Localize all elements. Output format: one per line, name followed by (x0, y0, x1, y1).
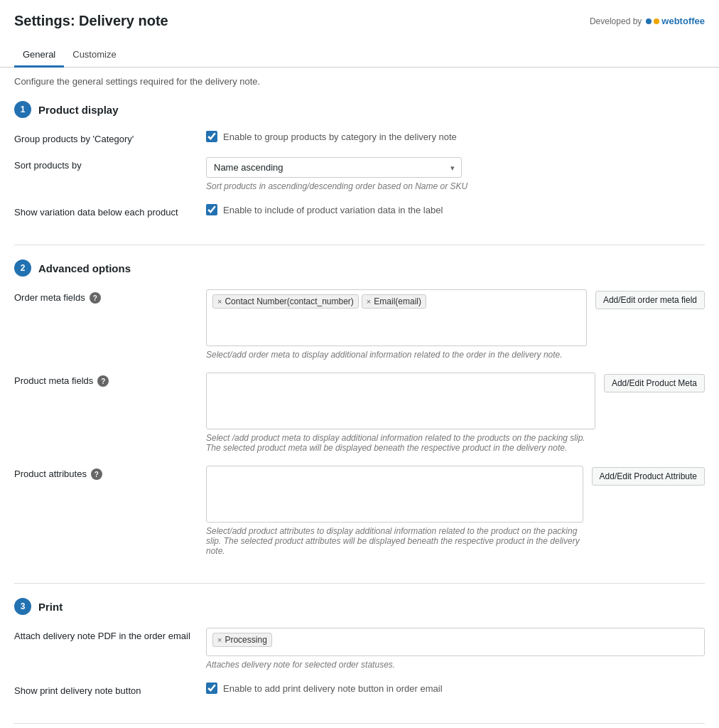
field-control-order-meta: × Contact Number(contact_number) × Email… (206, 289, 705, 360)
logo-dot-orange-icon (654, 18, 659, 24)
add-edit-order-meta-button[interactable]: Add/Edit order meta field (595, 291, 705, 309)
field-row-sort-products: Sort products by Name ascending Name des… (14, 157, 705, 191)
order-meta-tag-email-label: Email(email) (374, 296, 421, 306)
product-attributes-help-icon[interactable]: ? (91, 469, 102, 480)
page-header: Settings: Delivery note Developed by web… (0, 0, 719, 29)
section-product-display: 1 Product display Group products by 'Cat… (14, 101, 705, 245)
field-control-sort-products: Name ascending Name descending SKU ascen… (206, 157, 705, 191)
page-title: Settings: Delivery note (14, 13, 168, 29)
field-row-order-meta: Order meta fields ? × Contact Number(con… (14, 289, 705, 360)
logo-text: webtoffee (661, 16, 705, 26)
field-label-product-attributes: Product attributes ? (14, 466, 192, 480)
field-label-sort-products: Sort products by (14, 157, 192, 171)
logo-dot-blue-icon (646, 18, 652, 24)
field-row-show-variation: Show variation data below each product E… (14, 204, 705, 218)
field-row-product-meta: Product meta fields ? Select /add produc… (14, 373, 705, 453)
sort-products-select-wrapper: Name ascending Name descending SKU ascen… (206, 157, 462, 178)
order-meta-tag-email-remove[interactable]: × (367, 297, 371, 306)
show-variation-checkbox[interactable] (206, 204, 217, 215)
sort-products-hint: Sort products in ascending/descending or… (206, 181, 705, 191)
developed-by: Developed by webtoffee (590, 16, 705, 26)
group-products-checkbox[interactable] (206, 131, 217, 142)
show-variation-checkbox-label: Enable to include of product variation d… (223, 205, 443, 215)
section-number-1: 1 (14, 101, 31, 118)
section-number-3: 3 (14, 598, 31, 615)
show-print-button-checkbox[interactable] (206, 682, 217, 694)
tabs-bar: General Customize (0, 36, 719, 68)
field-row-attach-pdf: Attach delivery note PDF in the order em… (14, 628, 705, 670)
tab-general[interactable]: General (14, 43, 64, 68)
settings-content: 1 Product display Group products by 'Cat… (0, 101, 719, 728)
field-control-group-products: Enable to group products by category in … (206, 131, 705, 142)
field-row-group-products: Group products by 'Category' Enable to g… (14, 131, 705, 144)
webtoffee-logo: webtoffee (646, 16, 705, 26)
order-meta-tag-email: × Email(email) (362, 294, 426, 309)
field-label-order-meta: Order meta fields ? (14, 289, 192, 304)
product-meta-hint: Select /add product meta to display addi… (206, 433, 595, 453)
order-meta-tag-contact-label: Contact Number(contact_number) (225, 296, 353, 306)
field-row-product-attributes: Product attributes ? Select/add product … (14, 466, 705, 556)
order-meta-box: × Contact Number(contact_number) × Email… (206, 289, 587, 360)
show-variation-checkbox-row: Enable to include of product variation d… (206, 204, 705, 215)
page-wrapper: Settings: Delivery note Developed by web… (0, 0, 719, 728)
order-meta-tags-box[interactable]: × Contact Number(contact_number) × Email… (206, 289, 587, 346)
attach-pdf-tag-processing-remove[interactable]: × (217, 636, 222, 644)
field-control-product-attributes: Select/add product attributes to display… (206, 466, 705, 556)
show-print-button-checkbox-label: Enable to add print delivery note button… (223, 683, 443, 694)
product-attributes-tags-box[interactable] (206, 466, 583, 523)
section-header-2: 2 Advanced options (14, 259, 705, 277)
section-print: 3 Print Attach delivery note PDF in the … (14, 598, 705, 724)
add-edit-product-attributes-button[interactable]: Add/Edit Product Attribute (592, 467, 705, 486)
product-meta-box: Select /add product meta to display addi… (206, 373, 595, 453)
show-print-button-checkbox-row: Enable to add print delivery note button… (206, 682, 705, 694)
attach-pdf-tag-processing: × Processing (212, 633, 272, 647)
field-label-show-print-button: Show print delivery note button (14, 682, 192, 696)
sort-products-select[interactable]: Name ascending Name descending SKU ascen… (206, 157, 462, 178)
section-header-1: 1 Product display (14, 101, 705, 118)
product-attributes-area: Select/add product attributes to display… (206, 466, 705, 556)
field-control-show-variation: Enable to include of product variation d… (206, 204, 705, 215)
group-products-checkbox-row: Enable to group products by category in … (206, 131, 705, 142)
order-meta-tag-contact: × Contact Number(contact_number) (212, 294, 359, 309)
product-attributes-box: Select/add product attributes to display… (206, 466, 583, 556)
order-meta-tag-contact-remove[interactable]: × (217, 297, 222, 306)
section-title-3: Print (38, 601, 63, 613)
field-control-product-meta: Select /add product meta to display addi… (206, 373, 705, 453)
add-edit-product-meta-button[interactable]: Add/Edit Product Meta (604, 374, 705, 392)
field-control-attach-pdf: × Processing Attaches delivery note for … (206, 628, 705, 670)
section-advanced-options: 2 Advanced options Order meta fields ? × (14, 259, 705, 584)
order-meta-hint: Select/add order meta to display additio… (206, 350, 587, 360)
attach-pdf-tag-processing-label: Processing (225, 635, 266, 645)
field-label-group-products: Group products by 'Category' (14, 131, 192, 144)
page-description: Configure the general settings required … (0, 68, 719, 95)
section-title-2: Advanced options (38, 262, 131, 274)
order-meta-area: × Contact Number(contact_number) × Email… (206, 289, 705, 360)
field-control-show-print-button: Enable to add print delivery note button… (206, 682, 705, 694)
field-row-show-print-button: Show print delivery note button Enable t… (14, 682, 705, 696)
attach-pdf-tags-box[interactable]: × Processing (206, 628, 705, 656)
section-number-2: 2 (14, 259, 31, 277)
order-meta-help-icon[interactable]: ? (90, 292, 101, 304)
product-meta-tags-box[interactable] (206, 373, 595, 429)
field-label-show-variation: Show variation data below each product (14, 204, 192, 218)
group-products-checkbox-label: Enable to group products by category in … (223, 132, 457, 142)
section-title-1: Product display (38, 104, 119, 116)
section-header-3: 3 Print (14, 598, 705, 615)
product-attributes-hint: Select/add product attributes to display… (206, 526, 583, 556)
tab-customize[interactable]: Customize (64, 43, 124, 68)
product-meta-help-icon[interactable]: ? (97, 375, 109, 387)
attach-pdf-hint: Attaches delivery note for selected orde… (206, 660, 705, 670)
field-label-attach-pdf: Attach delivery note PDF in the order em… (14, 628, 192, 641)
field-label-product-meta: Product meta fields ? (14, 373, 192, 387)
product-meta-area: Select /add product meta to display addi… (206, 373, 705, 453)
